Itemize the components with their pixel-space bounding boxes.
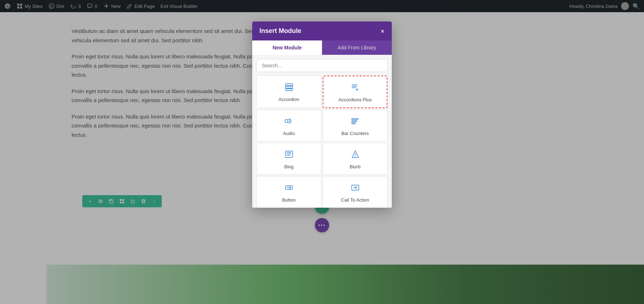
bar-counters-label: Bar Counters [341,131,369,136]
audio-icon [284,116,294,128]
call-to-action-label: Call To Action [341,197,369,203]
svg-rect-14 [286,84,293,86]
svg-rect-21 [286,151,293,158]
bar-counters-icon [351,116,360,128]
button-icon [284,183,294,194]
blurb-label: Blurb [350,164,360,169]
modal-tabs: New Module Add From Library [252,40,392,55]
modal-header: Insert Module × [252,21,392,40]
call-to-action-icon [351,183,360,194]
button-label: Button [282,197,296,203]
module-item-blog[interactable]: Blog [257,143,321,175]
blog-label: Blog [284,164,293,169]
tab-add-from-library[interactable]: Add From Library [322,40,392,55]
accordions-plus-label: Accordions Plus [338,97,372,102]
module-item-audio[interactable]: Audio [257,110,321,141]
svg-rect-19 [352,121,357,122]
blog-icon [284,150,294,161]
modal-close-button[interactable]: × [380,28,385,35]
modal-title: Insert Module [259,27,301,35]
module-item-call-to-action[interactable]: Call To Action [323,176,387,208]
accordion-label: Accordion [279,97,299,102]
svg-rect-16 [286,89,293,91]
module-item-blurb[interactable]: Blurb [323,143,387,175]
accordion-icon [284,82,294,94]
modal-body: Accordion Accordions Plus [252,55,392,208]
module-grid: Accordion Accordions Plus [257,76,387,208]
modal-overlay: Insert Module × New Module Add From Libr… [0,0,644,304]
insert-module-modal: Insert Module × New Module Add From Libr… [252,21,392,208]
audio-label: Audio [283,131,295,136]
module-item-bar-counters[interactable]: Bar Counters [323,110,387,141]
search-input[interactable] [257,59,387,72]
accordions-plus-icon [351,83,360,94]
svg-rect-17 [285,120,288,122]
module-item-button[interactable]: Button [257,176,321,208]
search-wrap [257,59,387,72]
tab-new-module[interactable]: New Module [252,40,322,55]
module-item-accordions-plus[interactable]: Accordions Plus [323,76,387,108]
svg-rect-18 [352,119,358,120]
module-item-accordion[interactable]: Accordion [257,76,321,108]
blurb-icon [351,150,360,161]
svg-rect-15 [286,86,293,88]
svg-rect-20 [352,123,355,124]
